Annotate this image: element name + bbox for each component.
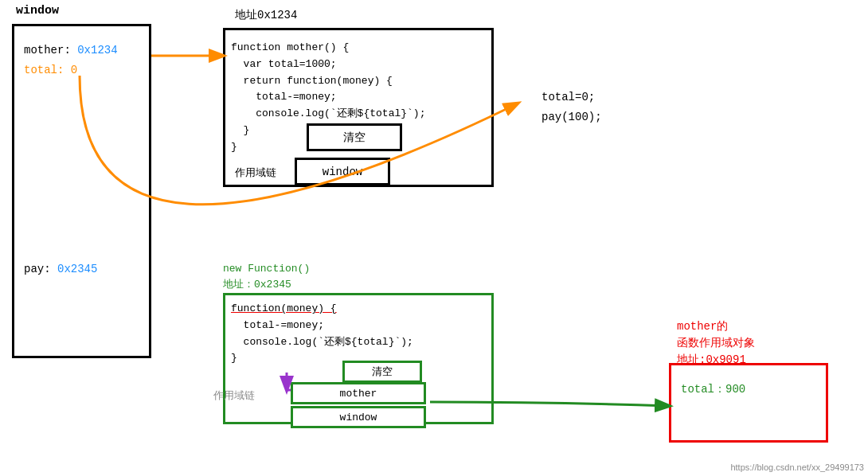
window-total: total: 0: [24, 64, 77, 76]
code-line-3: return function(money) {: [231, 73, 425, 90]
code-line-2: var total=1000;: [231, 57, 425, 73]
window-title: window: [16, 4, 59, 18]
code-line-4: total-=money;: [231, 89, 425, 106]
right-side-labels: total=0; pay(100);: [542, 88, 602, 127]
right-pay: pay(100);: [542, 107, 602, 127]
window-pay: pay: 0x2345: [24, 263, 97, 275]
code-line-1: function mother() {: [231, 40, 425, 57]
nf-line-2: total-=money;: [231, 318, 413, 334]
new-func-addr: 地址：0x2345: [223, 277, 291, 291]
mother-scope-label: mother的 函数作用域对象 地址:0x9091: [677, 318, 755, 369]
watermark: https://blog.csdn.net/xx_29499173: [730, 462, 864, 472]
qingkong-box-top: 清空: [307, 123, 402, 151]
new-func-label: new Function(): [223, 263, 310, 275]
new-func-code: function(money) { total-=money; console.…: [231, 301, 413, 367]
scope-chain-group: mother window: [291, 382, 426, 428]
right-total: total=0;: [542, 88, 602, 107]
nf-line-1: function(money) {: [231, 301, 413, 318]
qingkong-box-bot: 清空: [342, 361, 422, 383]
code-line-5: console.log(`还剩${total}`);: [231, 106, 425, 123]
window-inner-box-top: window: [295, 158, 390, 185]
mother-scope-content: total：900: [681, 382, 745, 396]
zuoyongyu-bot: 作用域链: [213, 388, 255, 403]
mother-addr-label: 地址0x1234: [235, 8, 297, 22]
mother-scope-box: [669, 363, 828, 443]
scope-window-box: window: [291, 406, 426, 428]
scope-mother-box: mother: [291, 382, 426, 404]
nf-line-3: console.log(`还剩${total}`);: [231, 334, 413, 351]
window-mother-key: mother: 0x1234: [24, 44, 118, 57]
zuoyongyu-top: 作用域链: [235, 166, 276, 180]
